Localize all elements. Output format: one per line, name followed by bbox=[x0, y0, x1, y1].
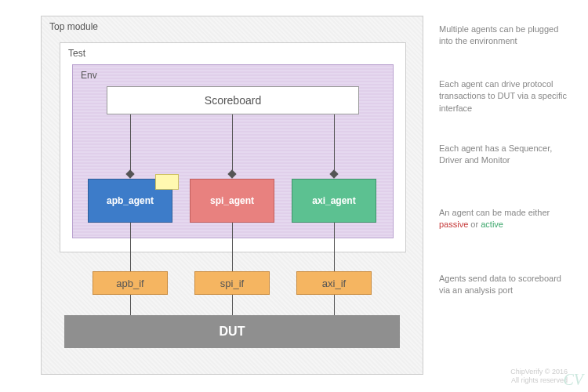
axi-if-box: axi_if bbox=[296, 271, 372, 295]
wire-apb-if bbox=[130, 223, 131, 271]
note-1: Multiple agents can be plugged into the … bbox=[439, 24, 572, 48]
axi-agent-box: axi_agent bbox=[292, 179, 376, 223]
note-5: Agents send data to scoreboard via an an… bbox=[439, 273, 572, 297]
scoreboard-box: Scoreboard bbox=[107, 86, 359, 114]
test-title: Test bbox=[68, 48, 85, 59]
apb-if-label: apb_if bbox=[116, 278, 143, 289]
spi-agent-box: spi_agent bbox=[190, 179, 274, 223]
note-4: An agent can be made either passive or a… bbox=[439, 207, 572, 231]
passive-word: passive bbox=[439, 220, 468, 229]
dut-label: DUT bbox=[220, 325, 245, 339]
wire-spi bbox=[232, 114, 233, 176]
spi-if-box: spi_if bbox=[194, 271, 270, 295]
or-word: or bbox=[468, 220, 481, 229]
note-4-text: An agent can be made either bbox=[439, 208, 550, 217]
sticky-note bbox=[155, 174, 179, 190]
logo: CV bbox=[563, 371, 583, 389]
diagram-canvas: Top module Test Env Scoreboard apb_agent… bbox=[0, 0, 588, 392]
dut-box: DUT bbox=[64, 315, 400, 348]
apb-agent-label: apb_agent bbox=[107, 195, 154, 206]
active-word: active bbox=[481, 220, 503, 229]
wire-axi-dut bbox=[334, 295, 335, 315]
wire-axi-if bbox=[334, 223, 335, 271]
scoreboard-label: Scoreboard bbox=[205, 94, 261, 107]
footer-line2: All rights reserved bbox=[510, 376, 568, 386]
footer: ChipVerify © 2016 All rights reserved bbox=[510, 368, 568, 386]
wire-spi-if bbox=[232, 223, 233, 271]
wire-axi bbox=[334, 114, 335, 176]
footer-line1: ChipVerify © 2016 bbox=[510, 368, 568, 377]
top-module-title: Top module bbox=[49, 21, 98, 32]
note-3: Each agent has a Sequencer, Driver and M… bbox=[439, 143, 572, 167]
axi-agent-label: axi_agent bbox=[312, 195, 355, 206]
spi-agent-label: spi_agent bbox=[210, 195, 254, 206]
axi-if-label: axi_if bbox=[322, 278, 346, 289]
apb-if-box: apb_if bbox=[93, 271, 168, 295]
wire-apb-dut bbox=[130, 295, 131, 315]
env-title: Env bbox=[81, 70, 97, 81]
wire-spi-dut bbox=[232, 295, 233, 315]
wire-apb bbox=[130, 114, 131, 176]
spi-if-label: spi_if bbox=[220, 278, 244, 289]
note-2: Each agent can drive protocol transactio… bbox=[439, 78, 572, 114]
